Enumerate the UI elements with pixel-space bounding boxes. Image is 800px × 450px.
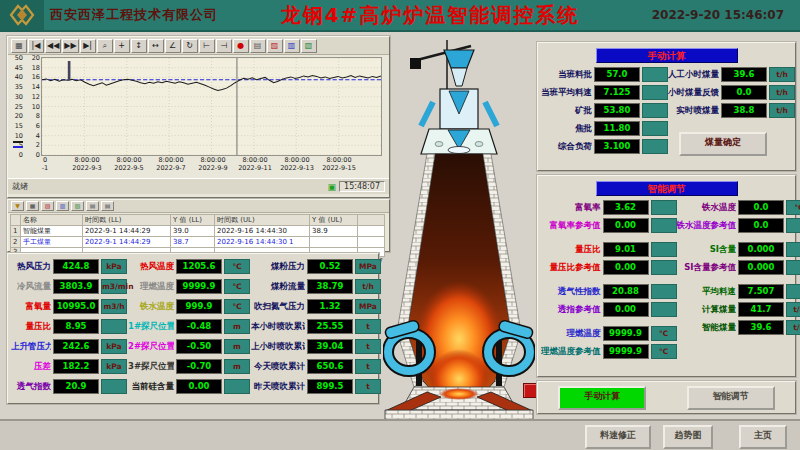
pen-green-icon[interactable]: ▧ [301, 39, 317, 53]
gauge-row: 3#探尺位置-0.70m [128, 359, 250, 374]
y-inner-tick: 10 [32, 103, 40, 111]
fast-forward-icon[interactable]: ▶▶ [62, 39, 78, 53]
panel-row: SI含量参考值0.000 [677, 260, 800, 275]
gauge-label: 上小时喷吹累计 [251, 341, 305, 353]
panel-value: 0.00 [603, 260, 649, 275]
panel-row: 铁水温度参考值0.0 [677, 218, 800, 233]
export-icon[interactable]: ▧ [71, 201, 84, 211]
trend-chart-button[interactable]: 趋势图 [663, 425, 713, 449]
manual-calc-button[interactable]: 手动计算 [558, 386, 646, 410]
y-inner-tick: 18 [32, 64, 40, 72]
pen-red-icon[interactable]: ▨ [267, 39, 283, 53]
table-row[interactable]: 1智能煤量2022-9-1 14:44:2939.02022-9-16 14:4… [11, 226, 385, 237]
gauge-value: 0.00 [176, 379, 222, 394]
gauge-label: 透气指数 [11, 381, 51, 393]
gauge-label: 上升管压力 [11, 341, 51, 353]
panel-value: 20.88 [603, 284, 649, 299]
refresh-icon[interactable]: ↻ [182, 39, 198, 53]
panel-row: 富氧率3.62 [541, 200, 677, 215]
gauge-row: 2#探尺位置-0.50m [128, 339, 250, 354]
panel-row: 综合负荷3.100 [541, 139, 668, 154]
row-number: 1 [11, 226, 21, 237]
h-scale-icon[interactable]: ↔ [148, 39, 164, 53]
y-inner-tick: 0 [36, 151, 40, 159]
go-last-icon[interactable]: ▶| [80, 39, 96, 53]
gauge-row: 1#探尺位置-0.48m [128, 319, 250, 334]
alarm-icon[interactable] [523, 383, 538, 398]
trend-toolbar: ▦|◀◀◀▶▶▶|⌕+↕↔∠↻⊢⊣●▤▨▥▧ [8, 37, 389, 55]
go-first-icon[interactable]: |◀ [28, 39, 44, 53]
pen-blue-icon[interactable]: ▥ [284, 39, 300, 53]
gauge-unit: ℃ [224, 279, 250, 294]
tag-cell: 智能煤量 [21, 226, 83, 237]
gauge-unit: t [355, 359, 381, 374]
y-outer-tick: 30 [15, 93, 23, 101]
panel-unit: ℃ [651, 344, 677, 359]
print-preview-icon[interactable]: ▤ [101, 201, 114, 211]
gauge-row: 热风压力424.8kPa [11, 259, 127, 274]
gauge-label: 煤粉流量 [251, 281, 305, 293]
trend-plot-area[interactable] [41, 57, 382, 156]
y-outer-tick: 50 [15, 54, 23, 62]
gauge-value: 38.79 [307, 279, 353, 294]
grid-icon[interactable]: ▦ [26, 201, 39, 211]
company-logo [0, 0, 44, 30]
gauge-unit: m [224, 319, 250, 334]
slope-icon[interactable]: ∠ [165, 39, 181, 53]
panel-label: 铁水温度参考值 [677, 220, 737, 232]
gauge-unit: MPa [355, 259, 381, 274]
y-inner-tick: 8 [36, 112, 40, 120]
stop-icon[interactable]: ● [233, 39, 249, 53]
panel-unit [651, 242, 677, 257]
tag-column-header: 时间戳 (UL) [215, 215, 310, 226]
gauge-value: 182.2 [53, 359, 99, 374]
pan-icon[interactable]: + [114, 39, 130, 53]
gauge-row: 当前硅含量0.00 [128, 379, 250, 394]
x-tick: 8:00:00 2022-9-13 [280, 156, 314, 172]
chart-grid-icon[interactable]: ▦ [11, 39, 27, 53]
logo-icon [7, 3, 37, 27]
speed-correction-button[interactable]: 料速修正 [585, 425, 651, 449]
zoom-icon[interactable]: ⌕ [97, 39, 113, 53]
process-values-panel: 热风压力424.8kPa冷风流量3803.9m3/min富氧量10995.0m3… [7, 253, 379, 404]
gauge-row: 吹扫氮气压力1.32MPa [251, 299, 381, 314]
limit-right-icon[interactable]: ⊣ [216, 39, 232, 53]
tag-cell [310, 237, 358, 248]
home-button[interactable]: 主页 [739, 425, 787, 449]
panel-row: 矿批53.80 [541, 103, 668, 118]
y-inner-tick: 2 [36, 141, 40, 149]
y-outer-tick: 10 [15, 132, 23, 140]
save-icon[interactable]: ▥ [56, 201, 69, 211]
fast-back-icon[interactable]: ◀◀ [45, 39, 61, 53]
chart-body: 50454035302520151050 20181614121086420 [8, 55, 389, 156]
limit-left-icon[interactable]: ⊢ [199, 39, 215, 53]
panel-label: 铁水温度 [677, 202, 737, 214]
coal-confirm-button[interactable]: 煤量确定 [679, 132, 767, 156]
panel-row: 小时煤量反馈0.0t/h [668, 85, 795, 100]
gauge-value: 899.5 [307, 379, 353, 394]
company-name: 西安西泽工程技术有限公司 [50, 6, 218, 24]
gauge-unit: kPa [101, 339, 127, 354]
table-row[interactable]: 2手工煤量2022-9-1 14:44:2938.72022-9-16 14:4… [11, 237, 385, 248]
panel-row: 当班料批57.0 [541, 67, 668, 82]
panel-value: 39.6 [738, 320, 784, 335]
gauge-row: 煤粉压力0.52MPa [251, 259, 381, 274]
gauge-value: 999.9 [176, 299, 222, 314]
panel-unit [642, 139, 668, 154]
panel-label: 焦批 [541, 123, 592, 135]
y-inner-tick: 20 [32, 54, 40, 62]
panel-label: 透指参考值 [541, 304, 601, 316]
gauge-row: 煤粉流量38.79t/h [251, 279, 381, 294]
smart-adjust-button[interactable]: 智能调节 [687, 386, 775, 410]
panel-label: 智能煤量 [677, 322, 737, 334]
gauge-value: 424.8 [53, 259, 99, 274]
panel-unit [642, 67, 668, 82]
print-icon[interactable]: ▤ [86, 201, 99, 211]
gauge-row: 量压比8.95 [11, 319, 127, 334]
v-scale-icon[interactable]: ↕ [131, 39, 147, 53]
panel-value: 3.62 [603, 200, 649, 215]
filter-icon[interactable]: ▼ [11, 201, 24, 211]
print-icon[interactable]: ▤ [250, 39, 266, 53]
chart-red-icon[interactable]: ▨ [41, 201, 54, 211]
table-toolbar: ▼▦▨▥▧▤▤ [8, 200, 389, 213]
